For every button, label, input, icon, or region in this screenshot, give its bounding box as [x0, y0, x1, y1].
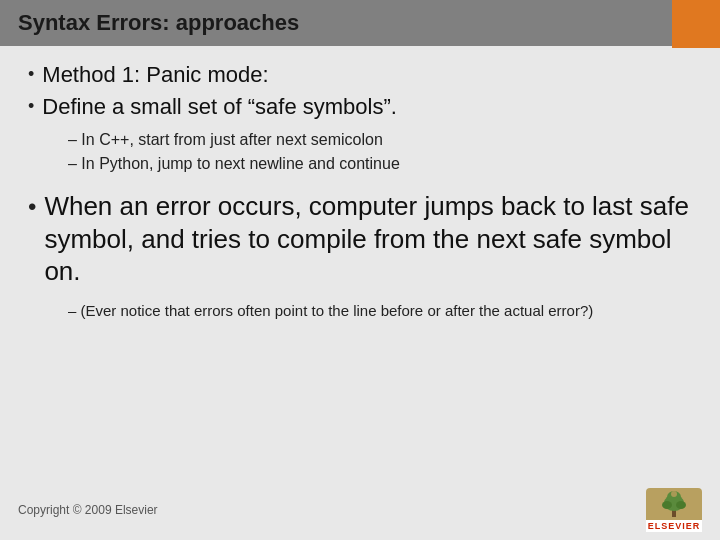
slide-content: • Method 1: Panic mode: • Define a small… — [0, 46, 720, 482]
bullet-text-1: Method 1: Panic mode: — [42, 62, 268, 88]
elsevier-logo: ELSEVIER — [646, 488, 702, 532]
header-accent — [672, 0, 720, 48]
sub-items-group-1: In C++, start from just after next semic… — [68, 128, 692, 176]
elsevier-tree-graphic — [646, 488, 702, 520]
sub-item-3: (Ever notice that errors often point to … — [68, 300, 692, 323]
bullet-1: • Method 1: Panic mode: — [28, 62, 692, 88]
bullet-text-3: When an error occurs, computer jumps bac… — [44, 190, 692, 288]
bullet-dot-3: • — [28, 193, 36, 221]
sub-items-group-2: (Ever notice that errors often point to … — [68, 300, 692, 323]
tree-svg — [649, 489, 699, 519]
elsevier-label: ELSEVIER — [646, 520, 702, 532]
slide-header: Syntax Errors: approaches — [0, 0, 720, 46]
slide: Syntax Errors: approaches • Method 1: Pa… — [0, 0, 720, 540]
svg-point-3 — [662, 501, 672, 509]
sub-item-1: In C++, start from just after next semic… — [68, 128, 692, 152]
bullet-dot-2: • — [28, 96, 34, 117]
bullet-text-2: Define a small set of “safe symbols”. — [42, 94, 397, 120]
slide-footer: Copyright © 2009 Elsevier ELSEVIER — [0, 482, 720, 540]
slide-title: Syntax Errors: approaches — [18, 10, 299, 36]
svg-point-4 — [676, 501, 686, 509]
sub-item-2: In Python, jump to next newline and cont… — [68, 152, 692, 176]
bullet-3: • When an error occurs, computer jumps b… — [28, 190, 692, 288]
bullet-2: • Define a small set of “safe symbols”. — [28, 94, 692, 120]
svg-point-5 — [671, 491, 677, 497]
copyright-text: Copyright © 2009 Elsevier — [18, 503, 158, 517]
bullet-dot-1: • — [28, 64, 34, 85]
